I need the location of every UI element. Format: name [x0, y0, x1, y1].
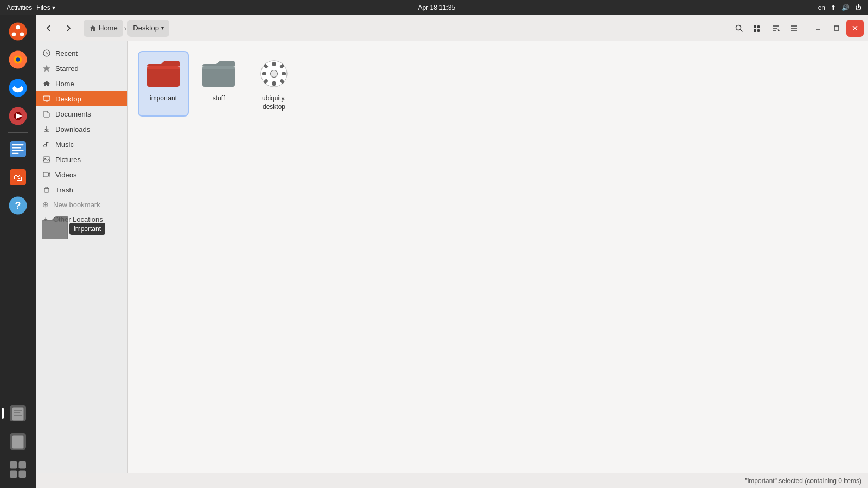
nav-location-button[interactable]: Desktop ▾ [127, 20, 169, 37]
svg-point-85 [271, 70, 277, 77]
home-icon [89, 24, 97, 32]
pictures-icon [42, 155, 51, 164]
sidebar-documents-label: Documents [55, 110, 91, 118]
status-bar: "important" selected (containing 0 items… [36, 473, 868, 488]
svg-line-51 [47, 53, 48, 54]
svg-rect-16 [12, 150, 24, 151]
sidebar-item-videos[interactable]: Videos [36, 167, 127, 182]
trash-icon [42, 185, 51, 194]
sidebar-trash-label: Trash [55, 186, 73, 194]
ubiquity-desktop-icon [260, 60, 288, 88]
close-button[interactable] [846, 20, 864, 37]
network-icon: ⬆ [831, 4, 836, 11]
svg-rect-29 [10, 461, 17, 469]
system-bar-left: Activities Files ▾ [7, 4, 55, 11]
maximize-button[interactable] [828, 20, 845, 37]
sidebar-item-desktop[interactable]: Desktop [36, 91, 127, 106]
svg-rect-32 [19, 471, 27, 478]
home-sidebar-icon [42, 79, 51, 88]
sidebar-item-documents[interactable]: Documents [36, 106, 127, 121]
datetime: Apr 18 11:35 [418, 4, 455, 11]
music-icon [42, 140, 51, 149]
dock-icon-thunderbird[interactable] [5, 75, 31, 101]
dock-icon-files[interactable] [5, 400, 31, 426]
sidebar-add-bookmark[interactable]: ⊕ New bookmark [36, 197, 127, 211]
stuff-folder-icon-wrap [201, 56, 236, 91]
files-menu[interactable]: Files ▾ [36, 4, 55, 11]
content-area: Recent Starred Home Desktop [36, 41, 868, 473]
plus-icon: ⊕ [42, 200, 49, 209]
svg-rect-36 [757, 25, 760, 28]
sidebar-videos-label: Videos [55, 171, 77, 179]
svg-rect-37 [754, 29, 756, 32]
svg-rect-15 [12, 147, 22, 148]
svg-rect-30 [19, 461, 27, 469]
svg-rect-17 [12, 153, 19, 154]
view-options-button[interactable] [749, 20, 766, 37]
stuff-folder-name: stuff [213, 94, 225, 103]
svg-rect-80 [282, 72, 286, 75]
dock-icon-appstore[interactable]: 🛍 [5, 164, 31, 190]
dock-separator-1 [8, 132, 28, 133]
dock-icon-files2[interactable] [5, 428, 31, 454]
sidebar-item-downloads[interactable]: Downloads [36, 121, 127, 137]
toolbar: Home › Desktop ▾ [36, 15, 868, 41]
sidebar-item-recent[interactable]: Recent [36, 46, 127, 61]
dock-bottom [5, 400, 31, 483]
file-item-ubiquity[interactable]: ubiquity. desktop [250, 52, 298, 115]
svg-rect-13 [10, 141, 26, 157]
svg-rect-65 [44, 188, 49, 192]
dock-icon-ubuntu[interactable] [5, 18, 31, 44]
back-button[interactable] [40, 20, 58, 37]
dock-icon-app-grid[interactable] [5, 457, 31, 483]
videos-icon [42, 170, 51, 179]
system-icon[interactable]: ⏻ [855, 4, 861, 11]
sidebar-item-pictures[interactable]: Pictures [36, 152, 127, 167]
svg-text:🛍: 🛍 [14, 172, 23, 182]
activities-label[interactable]: Activities [7, 4, 32, 11]
file-view[interactable]: important stuff [128, 41, 868, 473]
svg-rect-71 [147, 66, 180, 69]
sort-button[interactable] [767, 20, 784, 37]
stuff-folder-icon [201, 59, 236, 89]
keyboard-layout[interactable]: en [818, 4, 825, 11]
sidebar-other-locations[interactable]: ＋ Other Locations [36, 211, 127, 227]
dock-icon-firefox[interactable] [5, 47, 31, 73]
nav-home-label: Home [99, 24, 118, 32]
downloads-icon [42, 125, 51, 133]
nav-location-label: Desktop [133, 24, 159, 32]
svg-point-2 [20, 33, 24, 37]
svg-rect-28 [12, 436, 24, 449]
dock-icon-help[interactable]: ? [5, 192, 31, 219]
minimize-button[interactable] [809, 20, 827, 37]
forward-button[interactable] [60, 20, 77, 37]
sidebar-pictures-label: Pictures [55, 156, 81, 164]
system-bar: Activities Files ▾ Apr 18 11:35 en ⬆ 🔊 ⏻ [0, 0, 868, 15]
svg-rect-31 [10, 471, 17, 478]
sidebar-item-starred[interactable]: Starred [36, 61, 127, 76]
sidebar-home-label: Home [55, 80, 74, 88]
svg-rect-79 [262, 72, 266, 75]
nav-home-button[interactable]: Home [84, 20, 123, 37]
svg-rect-77 [272, 62, 276, 66]
sidebar-music-label: Music [55, 140, 74, 149]
sidebar: Recent Starred Home Desktop [36, 41, 128, 473]
svg-rect-24 [14, 410, 22, 411]
sidebar-item-trash[interactable]: Trash [36, 182, 127, 197]
dock-icon-rhythmbox[interactable] [5, 103, 31, 129]
audio-icon[interactable]: 🔊 [841, 4, 850, 11]
sidebar-recent-label: Recent [55, 49, 78, 57]
search-button[interactable] [730, 20, 748, 37]
sidebar-item-home[interactable]: Home [36, 76, 127, 91]
plus-other-icon: ＋ [42, 215, 49, 224]
svg-rect-35 [754, 25, 756, 28]
svg-point-1 [16, 25, 20, 30]
svg-rect-14 [12, 144, 24, 145]
file-item-important[interactable]: important [139, 52, 188, 115]
ubiquity-file-name: ubiquity. desktop [262, 94, 286, 111]
sidebar-item-music[interactable]: Music [36, 137, 127, 152]
dock-icon-writer[interactable] [5, 136, 31, 162]
svg-rect-46 [834, 26, 839, 30]
hamburger-menu-button[interactable] [786, 20, 803, 37]
file-item-stuff[interactable]: stuff [194, 52, 243, 115]
